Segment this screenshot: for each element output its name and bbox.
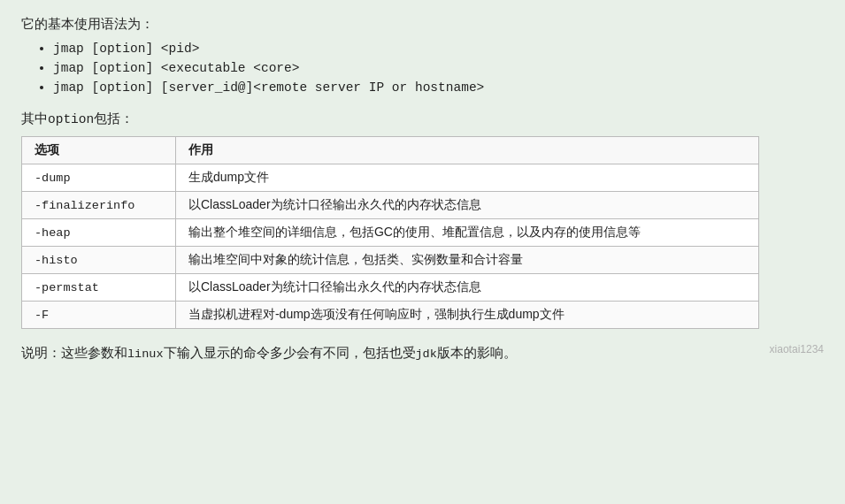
note-code2: jdk xyxy=(416,347,437,361)
desc-cell: 输出整个堆空间的详细信息，包括GC的使用、堆配置信息，以及内存的使用信息等 xyxy=(175,219,759,247)
section-title-suffix: 包括： xyxy=(94,111,134,126)
desc-cell: 当虚拟机进程对-dump选项没有任何响应时，强制执行生成dump文件 xyxy=(175,302,759,329)
table-row: -permstat以ClassLoader为统计口径输出永久代的内存状态信息 xyxy=(22,274,759,302)
table-row: -F当虚拟机进程对-dump选项没有任何响应时，强制执行生成dump文件 xyxy=(22,302,759,329)
option-cell: -permstat xyxy=(22,274,176,302)
table-row: -histo输出堆空间中对象的统计信息，包括类、实例数量和合计容量 xyxy=(22,247,759,274)
col-desc-header: 作用 xyxy=(175,137,759,164)
syntax-item-2: jmap [option] <executable <core> xyxy=(53,61,824,75)
option-cell: -dump xyxy=(22,164,176,192)
note-prefix: 说明：这些参数和 xyxy=(21,346,127,360)
table-row: -heap输出整个堆空间的详细信息，包括GC的使用、堆配置信息，以及内存的使用信… xyxy=(22,219,759,247)
watermark: xiaotai1234 xyxy=(770,343,824,355)
note-middle: 下输入显示的命令多少会有不同，包括也受 xyxy=(164,346,416,360)
syntax-list: jmap [option] <pid> jmap [option] <execu… xyxy=(53,42,824,95)
option-cell: -heap xyxy=(22,219,176,247)
options-table: 选项 作用 -dump生成dump文件-finalizerinfo以ClassL… xyxy=(21,136,759,329)
syntax-item-1: jmap [option] <pid> xyxy=(53,42,824,56)
table-row: -dump生成dump文件 xyxy=(22,164,759,192)
desc-cell: 输出堆空间中对象的统计信息，包括类、实例数量和合计容量 xyxy=(175,247,759,274)
option-cell: -finalizerinfo xyxy=(22,192,176,219)
option-code-label: option xyxy=(48,112,94,126)
option-cell: -histo xyxy=(22,247,176,274)
intro-heading: 它的基本使用语法为： xyxy=(21,16,824,33)
note-suffix: 版本的影响。 xyxy=(437,346,517,360)
desc-cell: 生成dump文件 xyxy=(175,164,759,192)
desc-cell: 以ClassLoader为统计口径输出永久代的内存状态信息 xyxy=(175,274,759,302)
section-title-prefix: 其中 xyxy=(21,111,48,126)
option-cell: -F xyxy=(22,302,176,329)
note-text: 说明：这些参数和linux下输入显示的命令多少会有不同，包括也受jdk版本的影响… xyxy=(21,345,824,362)
desc-cell: 以ClassLoader为统计口径输出永久代的内存状态信息 xyxy=(175,192,759,219)
note-code1: linux xyxy=(127,347,164,361)
table-row: -finalizerinfo以ClassLoader为统计口径输出永久代的内存状… xyxy=(22,192,759,219)
options-section-title: 其中option包括： xyxy=(21,111,824,127)
col-option-header: 选项 xyxy=(22,137,176,164)
syntax-item-3: jmap [option] [server_id@]<remote server… xyxy=(53,80,824,95)
